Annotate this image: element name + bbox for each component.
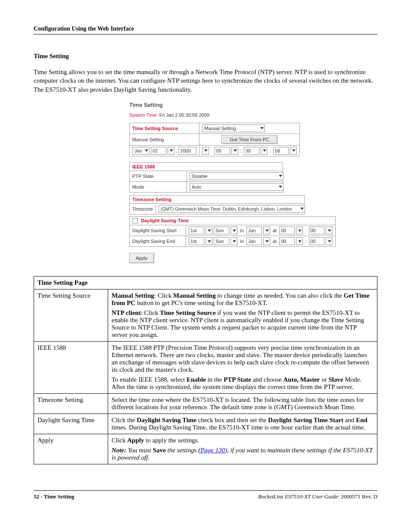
- dst-start-ord-arrow[interactable]: [206, 227, 212, 234]
- hour-select-arrow[interactable]: [231, 147, 238, 155]
- mode-label: Mode: [132, 184, 144, 190]
- day-select-arrow[interactable]: [168, 147, 174, 155]
- dst-end-label: Daylight Saving End: [132, 239, 175, 244]
- chevron-down-icon: [328, 230, 331, 232]
- second-input[interactable]: 58: [273, 147, 289, 155]
- dst-start-hh[interactable]: 00: [279, 227, 295, 234]
- footer-left: 52 - Time Setting: [34, 493, 75, 500]
- chevron-down-icon: [279, 186, 282, 188]
- chevron-down-icon: [279, 175, 282, 177]
- dst-start-hh-arrow[interactable]: [296, 227, 303, 234]
- dst-table: Daylight Saving Time Daylight Saving Sta…: [129, 216, 336, 247]
- row4-label: Daylight Saving Time: [34, 414, 108, 434]
- ptp-state-select[interactable]: Disable: [190, 172, 283, 180]
- timezone-label: Timezone: [132, 206, 153, 212]
- dst-start-day-arrow[interactable]: [230, 227, 237, 234]
- page-130-link[interactable]: Page 130: [200, 447, 225, 454]
- apply-button[interactable]: Apply: [129, 253, 154, 263]
- chevron-down-icon: [328, 240, 331, 243]
- second-select-arrow[interactable]: [290, 147, 297, 155]
- dst-start-month-arrow[interactable]: [263, 227, 270, 234]
- dst-end-month[interactable]: Jan: [246, 237, 262, 245]
- chevron-down-icon: [233, 230, 236, 232]
- row3-label: Timezone Setting: [34, 394, 108, 414]
- dst-end-ord-arrow[interactable]: [206, 237, 212, 245]
- running-header-text: Configuration Using the Web Interface: [34, 25, 134, 32]
- chevron-down-icon: [265, 240, 269, 243]
- ptp-state-label: PTP State: [132, 174, 154, 179]
- dst-checkbox[interactable]: [132, 218, 138, 224]
- system-time-row: System Time: Fri Jan 2 05:30:58 2009: [129, 112, 377, 118]
- dst-end-month-arrow[interactable]: [263, 237, 270, 245]
- chevron-down-icon: [204, 149, 208, 152]
- chevron-down-icon: [208, 240, 211, 243]
- section-heading: Time Setting: [34, 53, 377, 60]
- hour-input[interactable]: 05: [215, 147, 230, 155]
- year-input[interactable]: 2009: [178, 147, 196, 155]
- dst-end-hh-arrow[interactable]: [296, 237, 303, 245]
- day-input[interactable]: 02: [151, 147, 166, 155]
- time-source-value: Manual Setting: [204, 126, 260, 131]
- colon-2: :: [269, 148, 272, 153]
- dst-end-ord[interactable]: 1st: [189, 237, 204, 245]
- chevron-down-icon: [145, 149, 148, 152]
- ieee1588-table: IEEE 1588 PTP State Disable Mode Auto: [129, 162, 283, 193]
- time-setting-panel: Time Setting System Time: Fri Jan 2 05:3…: [129, 102, 377, 264]
- dst-end-at: at: [271, 239, 278, 244]
- running-header: Configuration Using the Web Interface: [34, 25, 377, 34]
- time-source-select[interactable]: Manual Setting: [202, 124, 265, 132]
- chevron-down-icon: [260, 127, 264, 129]
- dst-start-ord[interactable]: 1st: [189, 227, 204, 234]
- row1-content: Manual Setting: Click Manual Setting to …: [108, 289, 377, 342]
- chevron-down-icon: [263, 149, 266, 152]
- ieee1588-header: IEEE 1588: [132, 164, 155, 169]
- row5-content: Click Apply to apply the settings. Note:…: [108, 434, 377, 464]
- panel-title: Time Setting: [129, 102, 377, 108]
- row2-label: IEEE 1588: [34, 342, 108, 394]
- chevron-down-icon: [298, 230, 302, 232]
- chevron-down-icon: [298, 240, 302, 243]
- system-time-value: Fri Jan 2 05:30:58 2009: [159, 112, 209, 118]
- dst-end-day[interactable]: Sun: [214, 237, 229, 245]
- dst-start-day[interactable]: Sun: [214, 227, 229, 234]
- timezone-select[interactable]: (GMT) Greenwich Mean Time: Dublin, Edinb…: [159, 205, 305, 213]
- dst-header: Daylight Saving Time: [141, 218, 189, 223]
- dst-start-label: Daylight Saving Start: [132, 228, 177, 233]
- system-time-label: System Time:: [129, 112, 158, 118]
- src-label: Time Setting Source: [132, 126, 178, 131]
- chevron-down-icon: [170, 149, 173, 152]
- year-select-arrow[interactable]: [202, 147, 209, 155]
- dst-end-in: in: [239, 239, 245, 244]
- description-table: Time Setting Page Time Setting Source Ma…: [34, 276, 377, 464]
- row4-content: Click the Daylight Saving Time check box…: [108, 414, 377, 434]
- dst-end-mm[interactable]: 00: [309, 237, 324, 245]
- mode-select[interactable]: Auto: [190, 183, 283, 191]
- dst-start-month[interactable]: Jan: [246, 227, 262, 234]
- minute-input[interactable]: 30: [244, 147, 259, 155]
- intro-paragraph: Time Setting allows you to set the time …: [34, 68, 377, 94]
- get-time-from-pc-button[interactable]: Get Time From PC: [221, 135, 277, 144]
- page-footer: 52 - Time Setting RocketLinx ES7510-XT U…: [34, 490, 377, 500]
- chevron-down-icon: [292, 149, 296, 152]
- chevron-down-icon: [265, 230, 269, 232]
- chevron-down-icon: [300, 208, 304, 210]
- dst-start-mm-arrow[interactable]: [326, 227, 333, 234]
- row2-content: The IEEE 1588 PTP (Precision Time Protoc…: [108, 342, 377, 394]
- date-comma: ,: [176, 148, 177, 153]
- minute-select-arrow[interactable]: [261, 147, 268, 155]
- dst-end-mm-arrow[interactable]: [326, 237, 333, 245]
- colon-1: :: [240, 148, 243, 153]
- month-select[interactable]: Jan: [132, 147, 149, 155]
- dst-end-day-arrow[interactable]: [230, 237, 237, 245]
- desc-table-header: Time Setting Page: [34, 277, 377, 289]
- row5-label: Apply: [34, 434, 108, 464]
- dst-end-hh[interactable]: 00: [279, 237, 295, 245]
- chevron-down-icon: [234, 149, 237, 152]
- chevron-down-icon: [208, 230, 211, 232]
- timezone-table: Timezone Setting Timezone (GMT) Greenwic…: [129, 195, 305, 215]
- dst-start-mm[interactable]: 00: [309, 227, 324, 234]
- row1-label: Time Setting Source: [34, 289, 108, 342]
- dst-start-at: at: [271, 228, 278, 233]
- manual-setting-label: Manual Setting: [132, 137, 164, 142]
- row3-content: Select the time zone where the ES7510-XT…: [108, 394, 377, 414]
